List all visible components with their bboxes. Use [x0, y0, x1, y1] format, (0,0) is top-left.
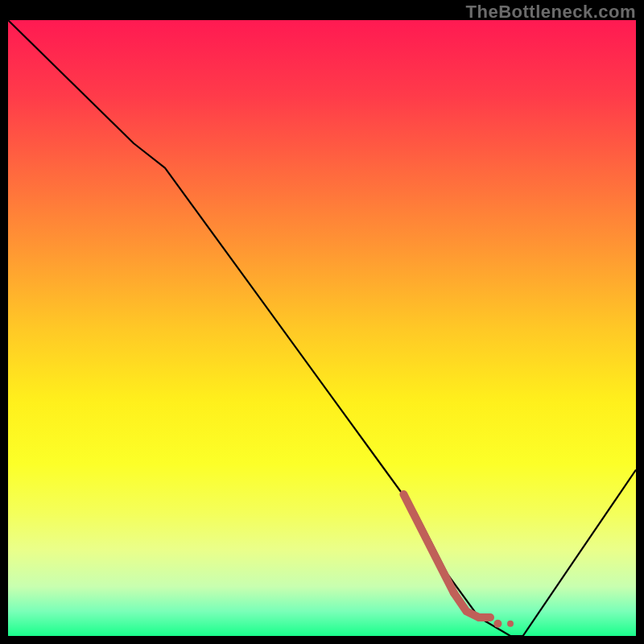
bottleneck-curve [8, 20, 636, 636]
highlight-dot [493, 620, 502, 628]
highlight-segment-tail [454, 593, 479, 618]
highlight-segment [403, 494, 453, 593]
chart-svg [8, 20, 636, 636]
highlight-dots-group [403, 494, 514, 628]
highlight-dot [507, 621, 514, 627]
chart-plot-area [8, 20, 636, 636]
